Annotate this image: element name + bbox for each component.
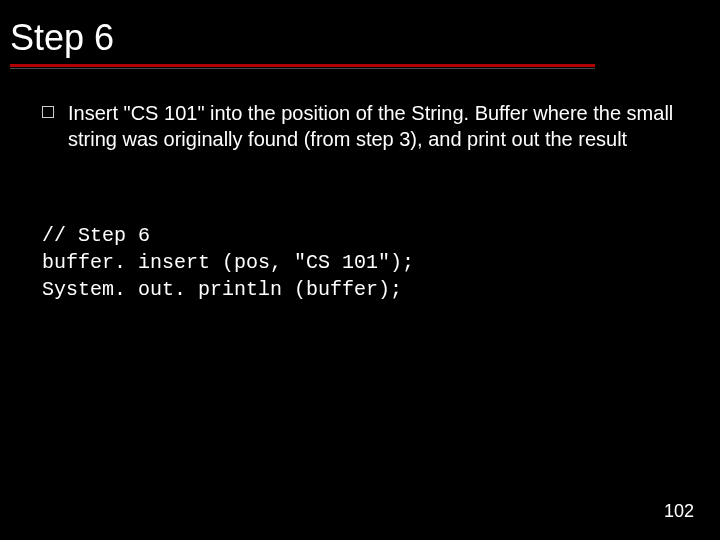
code-block: // Step 6 buffer. insert (pos, "CS 101")…: [42, 222, 682, 303]
code-line-3: System. out. println (buffer);: [42, 278, 402, 301]
title-underline-grey: [10, 68, 595, 69]
slide-title: Step 6: [10, 18, 710, 58]
slide: Step 6 Insert "CS 101" into the position…: [0, 0, 720, 540]
code-line-1: // Step 6: [42, 224, 150, 247]
body-area: Insert "CS 101" into the position of the…: [42, 100, 682, 303]
title-underline-red: [10, 64, 595, 67]
bullet-item: Insert "CS 101" into the position of the…: [42, 100, 682, 152]
bullet-text: Insert "CS 101" into the position of the…: [68, 100, 682, 152]
square-bullet-icon: [42, 106, 54, 118]
title-underline: [10, 64, 595, 69]
code-line-2: buffer. insert (pos, "CS 101");: [42, 251, 414, 274]
title-block: Step 6: [10, 18, 710, 69]
page-number: 102: [664, 501, 694, 522]
